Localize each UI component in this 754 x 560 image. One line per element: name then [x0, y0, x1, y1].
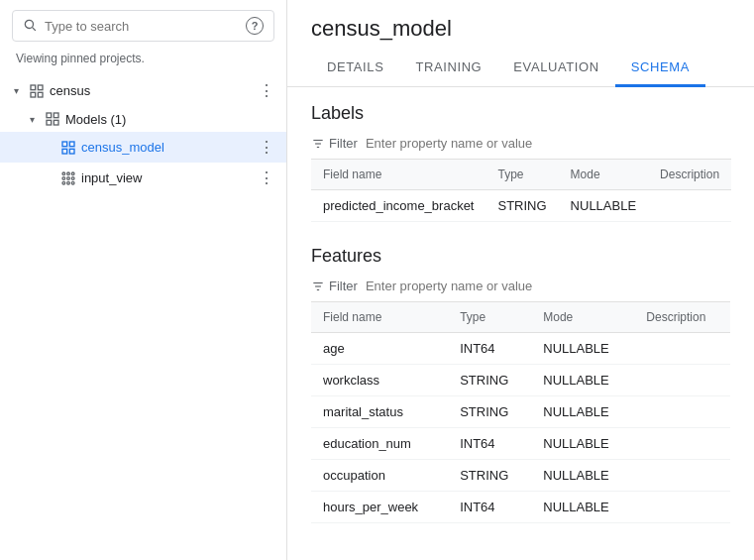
tab-training[interactable]: TRAINING — [399, 50, 497, 87]
field-name-cell: marital_status — [311, 396, 448, 428]
model-icon — [59, 139, 77, 157]
type-cell: STRING — [448, 365, 531, 396]
svg-rect-11 — [69, 142, 74, 147]
labels-col-description: Description — [648, 160, 731, 190]
census-label: census — [50, 83, 255, 98]
description-cell — [634, 428, 730, 460]
search-input[interactable] — [45, 19, 238, 34]
sidebar-hint: Viewing pinned projects. — [0, 52, 286, 75]
svg-point-22 — [71, 181, 74, 184]
search-bar[interactable]: ? — [12, 10, 274, 42]
field-name-cell: hours_per_week — [311, 492, 448, 523]
features-filter-icon: Filter — [311, 279, 358, 293]
svg-point-16 — [71, 172, 74, 175]
features-col-description: Description — [634, 302, 730, 333]
sidebar-item-input-view[interactable]: ▸ input_view ⋮ — [0, 163, 286, 193]
svg-point-20 — [62, 181, 65, 184]
type-cell: INT64 — [448, 428, 531, 460]
models-icon — [44, 110, 61, 128]
svg-rect-9 — [54, 120, 58, 125]
svg-rect-2 — [31, 85, 36, 90]
description-cell — [634, 460, 730, 492]
census-model-label: census_model — [81, 140, 255, 155]
mode-cell: NULLABLE — [531, 428, 634, 460]
description-cell — [648, 190, 731, 222]
field-name-cell: education_num — [311, 428, 448, 460]
table-row: occupation STRING NULLABLE — [311, 460, 730, 492]
main-content: census_model DETAILS TRAINING EVALUATION… — [287, 0, 754, 560]
svg-line-1 — [33, 27, 36, 30]
field-name-cell: age — [311, 333, 448, 365]
census-more-icon[interactable]: ⋮ — [255, 79, 278, 102]
features-col-mode: Mode — [531, 302, 634, 333]
input-view-more-icon[interactable]: ⋮ — [255, 167, 278, 189]
mode-cell: NULLABLE — [531, 365, 634, 396]
svg-rect-3 — [38, 85, 43, 90]
field-name-cell: predicted_income_bracket — [311, 190, 485, 222]
tab-details[interactable]: DETAILS — [311, 50, 399, 87]
mode-cell: NULLABLE — [531, 396, 634, 428]
features-table: Field name Type Mode Description age INT… — [311, 301, 730, 523]
svg-rect-12 — [62, 149, 67, 154]
description-cell — [634, 365, 730, 396]
svg-point-15 — [67, 172, 70, 175]
svg-point-18 — [67, 176, 70, 179]
svg-point-0 — [25, 20, 33, 28]
sidebar-item-census[interactable]: ▾ census ⋮ — [0, 75, 286, 106]
field-name-cell: occupation — [311, 460, 448, 492]
features-filter-input[interactable] — [366, 279, 730, 293]
svg-point-17 — [62, 176, 65, 179]
svg-rect-13 — [69, 149, 74, 154]
view-icon — [59, 169, 77, 187]
input-view-label: input_view — [81, 170, 255, 185]
sidebar: ? Viewing pinned projects. ▾ census ⋮ ▾ … — [0, 0, 287, 560]
mode-cell: NULLABLE — [531, 492, 634, 523]
sidebar-item-census-model[interactable]: ▸ census_model ⋮ — [0, 132, 286, 163]
tab-bar: DETAILS TRAINING EVALUATION SCHEMA — [287, 50, 754, 87]
census-model-more-icon[interactable]: ⋮ — [255, 136, 278, 159]
sidebar-item-models[interactable]: ▾ Models (1) — [0, 106, 286, 132]
labels-table: Field name Type Mode Description predict… — [311, 159, 731, 222]
search-icon — [23, 18, 37, 35]
type-cell: INT64 — [448, 333, 531, 365]
models-label: Models (1) — [65, 112, 278, 127]
description-cell — [634, 396, 730, 428]
svg-rect-5 — [38, 92, 43, 97]
labels-col-mode: Mode — [559, 160, 648, 190]
dataset-icon — [28, 82, 46, 100]
table-row: education_num INT64 NULLABLE — [311, 428, 730, 460]
features-section-title: Features — [311, 246, 730, 267]
description-cell — [634, 492, 730, 523]
table-row: marital_status STRING NULLABLE — [311, 396, 730, 428]
type-cell: STRING — [485, 190, 558, 222]
features-filter-bar: Filter — [311, 279, 730, 293]
labels-col-type: Type — [485, 160, 558, 190]
type-cell: INT64 — [448, 492, 531, 523]
svg-point-14 — [62, 172, 65, 175]
page-title: census_model — [287, 0, 754, 50]
labels-filter-bar: Filter — [311, 136, 730, 151]
features-col-fieldname: Field name — [311, 302, 448, 333]
svg-rect-4 — [31, 92, 36, 97]
tab-evaluation[interactable]: EVALUATION — [497, 50, 614, 87]
svg-rect-7 — [54, 113, 58, 118]
svg-rect-8 — [47, 120, 52, 125]
table-row: predicted_income_bracket STRING NULLABLE — [311, 190, 731, 222]
features-col-type: Type — [448, 302, 531, 333]
svg-point-21 — [67, 181, 70, 184]
labels-filter-input[interactable] — [366, 136, 730, 151]
tab-schema[interactable]: SCHEMA — [615, 50, 705, 87]
table-row: age INT64 NULLABLE — [311, 333, 730, 365]
schema-content: Labels Filter Field name Type Mode Descr… — [287, 87, 754, 539]
type-cell: STRING — [448, 396, 531, 428]
expand-icon: ▾ — [8, 83, 24, 99]
mode-cell: NULLABLE — [531, 333, 634, 365]
labels-section-title: Labels — [311, 103, 730, 124]
expand-icon: ▾ — [24, 111, 40, 127]
svg-rect-10 — [62, 142, 67, 147]
labels-filter-icon: Filter — [311, 136, 358, 151]
mode-cell: NULLABLE — [559, 190, 648, 222]
table-row: workclass STRING NULLABLE — [311, 365, 730, 396]
field-name-cell: workclass — [311, 365, 448, 396]
help-icon[interactable]: ? — [246, 17, 264, 35]
